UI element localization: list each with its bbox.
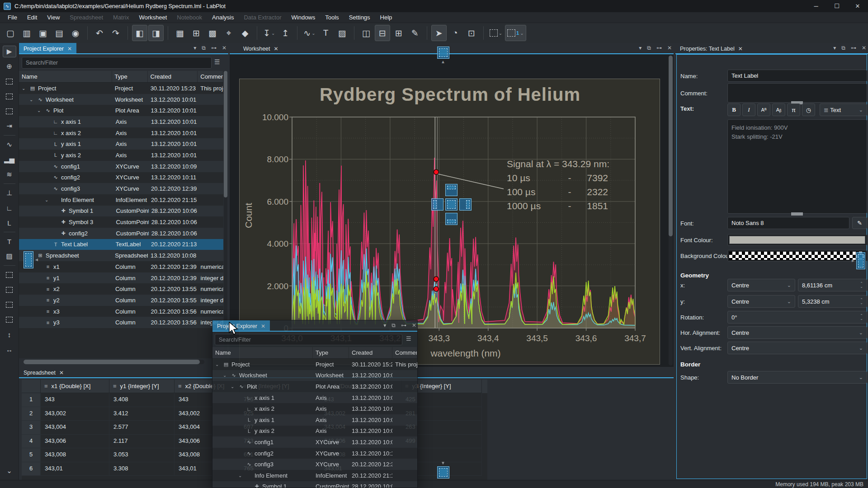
zoom-select-mode-button[interactable]: ⊡ xyxy=(464,25,479,41)
tree-row-config3[interactable]: ∿config3XYCurve20.12.2020 12:39 xyxy=(19,183,223,194)
insert-row-below-tool[interactable] xyxy=(3,284,16,296)
close-icon[interactable]: ✕ xyxy=(59,370,64,376)
y-position-spinbox[interactable]: 5,3238 cm⌃⌄ xyxy=(798,295,867,308)
maximize-button[interactable]: ☐ xyxy=(826,0,847,12)
float-icon[interactable]: ⧉ xyxy=(647,45,651,51)
tree-row-worksheet[interactable]: ⌄∿WorksheetWorksheet13.12.2020 10:01 xyxy=(19,94,223,105)
pin-icon[interactable]: ⊶ xyxy=(211,45,217,51)
dropdown-arrow-icon[interactable]: ⌄ xyxy=(311,31,315,36)
superscript-button[interactable]: Aᴮ xyxy=(757,103,770,116)
dropdown-arrow-icon[interactable]: ⌄ xyxy=(520,31,524,36)
tree-row-config2[interactable]: ∿config2XYCurve13.12.2020 10:11 xyxy=(212,448,418,459)
tree-row-config1[interactable]: ∿config1XYCurve13.12.2020 10:09 xyxy=(212,436,418,448)
add-histogram-tool[interactable]: ▂▅ xyxy=(3,154,16,165)
close-icon[interactable]: ✕ xyxy=(222,45,226,51)
minimize-button[interactable]: ─ xyxy=(806,0,826,12)
close-icon[interactable]: ✕ xyxy=(738,46,743,52)
pin-icon[interactable]: ⊶ xyxy=(401,322,406,328)
add-image-tool[interactable]: ▨ xyxy=(3,250,16,262)
dock-menu-icon[interactable]: ▾ xyxy=(639,45,642,51)
add-xy-curve-tool[interactable]: ∿ xyxy=(3,139,16,150)
font-edit-button[interactable]: ✎ xyxy=(852,217,867,229)
column-header-name[interactable]: Name xyxy=(212,347,313,358)
tree-row-project[interactable]: ⌄▤ProjectProject30.11.2020 15:23This pro… xyxy=(212,359,418,370)
bold-button[interactable]: B xyxy=(727,103,741,116)
column-header-commen[interactable]: Commen xyxy=(198,71,223,82)
info-element-text[interactable]: Signal at λ = 343.29 nm: 10 µs-7392100 µ… xyxy=(507,157,609,213)
tab-spreadsheet[interactable]: Spreadsheet ✕ xyxy=(19,367,68,378)
dropdown-arrow-icon[interactable]: ⌄ xyxy=(499,31,502,36)
tree-row-worksheet[interactable]: ⌄∿WorksheetWorksheet13.12.2020 10:01 xyxy=(212,370,418,381)
redo-button[interactable]: ↷ xyxy=(108,25,123,41)
search-input[interactable]: Search/Filter xyxy=(22,57,212,69)
open-project-button[interactable]: ▥ xyxy=(19,25,34,41)
add-axis-tool[interactable]: ⊥ xyxy=(3,187,16,199)
expander-icon[interactable]: ⌄ xyxy=(29,97,35,102)
print-button[interactable]: ▤ xyxy=(52,25,67,41)
worksheet-v-scrollbar[interactable] xyxy=(669,56,673,366)
tree-row-x1[interactable]: ≡x1Column20.12.2020 12:39numerical xyxy=(19,261,223,272)
save-project-button[interactable]: ▣ xyxy=(35,25,51,41)
pin-icon[interactable]: ⊶ xyxy=(851,45,856,51)
horizontal-layout-button[interactable]: ⊟ xyxy=(375,25,390,41)
expand-horizontal-tool[interactable]: ↔ xyxy=(3,343,16,355)
close-icon[interactable]: ✕ xyxy=(667,45,672,51)
zoom-x-tool[interactable] xyxy=(3,90,16,102)
grid-layout-button[interactable]: ⊞ xyxy=(391,25,406,41)
menu-tools[interactable]: Tools xyxy=(320,13,344,22)
background-colour-swatch[interactable] xyxy=(727,250,867,262)
column-header-name[interactable]: Name xyxy=(19,71,112,82)
pin-icon[interactable]: ⊶ xyxy=(656,45,662,51)
tree-row-symbol-3[interactable]: ✚Symbol 3CustomPoint28.12.2020 10:06 xyxy=(19,216,223,228)
tree-row-text-label[interactable]: TText LabelTextLabel20.12.2020 21:13 xyxy=(19,239,223,250)
tree-row-info-element[interactable]: ⌄Info ElementInfoElement20.12.2020 21:15 xyxy=(19,194,223,206)
add-text-label-button[interactable]: T xyxy=(318,25,334,41)
expand-vertical-tool[interactable]: ↕ xyxy=(3,328,16,340)
zoom-select-tool[interactable] xyxy=(3,75,16,87)
auto-fit-button[interactable]: ⌄ xyxy=(488,25,504,41)
new-matrix-button[interactable]: ▩ xyxy=(205,25,220,41)
dock-menu-icon[interactable]: ▾ xyxy=(383,322,386,328)
close-icon[interactable]: ✕ xyxy=(862,45,866,51)
sheet-column-header[interactable]: ≡x1 {Double} [X] xyxy=(41,380,109,393)
toggle-project-explorer-button[interactable]: ◧ xyxy=(132,25,147,41)
navigate-mode-button[interactable]: ◔ xyxy=(448,25,463,41)
resize-grip[interactable] xyxy=(791,212,803,216)
italic-button[interactable]: I xyxy=(742,103,755,116)
close-icon[interactable]: ✕ xyxy=(261,323,265,329)
column-header-created[interactable]: Created xyxy=(148,71,198,82)
text-content-area[interactable]: Field ionisation: 900V Stark splitting: … xyxy=(727,119,867,214)
crosshair-tool[interactable]: ⊕ xyxy=(3,61,16,72)
close-icon[interactable]: ✕ xyxy=(67,46,72,52)
hor-alignment-dropdown[interactable]: Centre⌄ xyxy=(727,326,867,339)
expander-icon[interactable]: ⌄ xyxy=(238,473,244,478)
subscript-button[interactable]: Aᵦ xyxy=(772,103,785,116)
font-field[interactable]: Noto Sans 8 xyxy=(727,217,849,229)
tree-row-config2[interactable]: ✚config2CustomPoint28.12.2020 10:06 xyxy=(19,228,223,239)
menu-windows[interactable]: Windows xyxy=(287,13,321,22)
tree-row-x2[interactable]: ≡x2Column20.12.2020 13:55numerical xyxy=(19,283,223,295)
cursor-shift-tool[interactable]: ⇥ xyxy=(3,120,16,132)
tree-row-y2[interactable]: ≡y2Column20.12.2020 13:55integer da xyxy=(19,295,223,306)
tree-row-x-axis-1[interactable]: ∟x axis 1Axis13.12.2020 10:01 xyxy=(212,392,418,404)
x-position-spinbox[interactable]: 8,61136 cm⌃⌄ xyxy=(798,279,867,291)
menu-analysis[interactable]: Analysis xyxy=(207,13,239,22)
search-input-floating[interactable]: Search/Filter xyxy=(215,334,402,345)
menu-worksheet[interactable]: Worksheet xyxy=(134,13,172,22)
expander-icon[interactable]: ⌄ xyxy=(37,108,42,113)
x-axis-title[interactable]: wavelength (nm) xyxy=(411,348,520,359)
tree-row-config3[interactable]: ∿config3XYCurve20.12.2020 12:39 xyxy=(212,459,418,470)
expander-icon[interactable]: ⌄ xyxy=(22,86,27,91)
y-axis-title[interactable]: Count xyxy=(243,203,254,228)
add-v-axis-tool[interactable]: L xyxy=(3,217,16,229)
shape-dropdown[interactable]: No Border⌄ xyxy=(727,371,867,384)
datetime-button[interactable]: ◷ xyxy=(802,103,815,116)
tab-project-explorer[interactable]: Project Explorer ✕ xyxy=(19,43,76,54)
column-header-commen[interactable]: Commen xyxy=(392,347,417,358)
menu-edit[interactable]: Edit xyxy=(22,13,42,22)
tree-row-symbol-1[interactable]: ✚Symbol 1CustomPoint28.12.2020 10:06 xyxy=(212,481,418,488)
vert-alignment-dropdown[interactable]: Centre⌄ xyxy=(727,342,867,354)
filter-options-icon[interactable]: ☰ xyxy=(406,335,411,342)
new-spreadsheet-button[interactable]: ⊞ xyxy=(189,25,204,41)
v-scrollbar[interactable] xyxy=(224,71,227,358)
